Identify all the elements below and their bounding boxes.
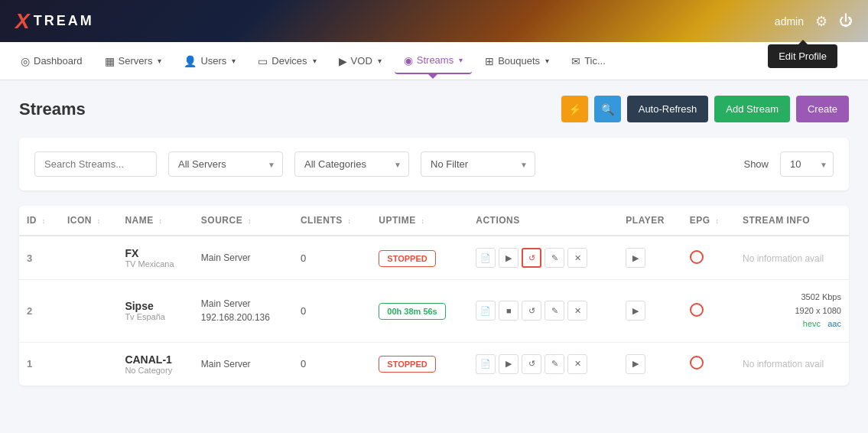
table-row: 2 Sipse Tv España Main Server192.168.200…: [19, 280, 849, 343]
action-play-btn[interactable]: ▶: [499, 248, 519, 268]
action-delete-btn[interactable]: ✕: [567, 301, 587, 321]
action-restart-btn[interactable]: ↺: [522, 301, 541, 321]
nav-item-devices[interactable]: ▭ Devices ▾: [249, 49, 325, 73]
action-file-btn[interactable]: 📄: [476, 248, 496, 268]
col-uptime: UPTIME ↕: [371, 206, 468, 236]
users-icon: 👤: [184, 55, 197, 67]
streams-active-indicator: [427, 73, 439, 79]
show-select[interactable]: 10 25 50 100: [780, 151, 834, 177]
player-play-btn[interactable]: ▶: [626, 301, 645, 321]
nav-item-tickets[interactable]: ✉ Tic...: [562, 49, 615, 73]
nav-label-dashboard: Dashboard: [34, 55, 83, 67]
action-edit-btn[interactable]: ✎: [545, 354, 564, 374]
navbar: ◎ Dashboard ▦ Servers ▾ 👤 Users ▾ ▭ Devi…: [0, 42, 868, 80]
vod-icon: ▶: [339, 55, 347, 67]
stream-resolution: 1920 x 1080: [743, 304, 841, 318]
categories-select[interactable]: All Categories: [294, 151, 409, 177]
action-delete-btn[interactable]: ✕: [567, 354, 587, 374]
col-icon: ICON ↕: [60, 206, 117, 236]
row-epg: [682, 280, 735, 343]
nav-item-bouquets[interactable]: ⊞ Bouquets ▾: [476, 49, 558, 73]
row-stream-info: 3502 Kbps 1920 x 1080 hevc aac: [735, 280, 849, 343]
nav-item-vod[interactable]: ▶ VOD ▾: [330, 49, 391, 73]
row-source: Main Server: [193, 342, 293, 386]
source-sort-icon[interactable]: ↕: [248, 217, 252, 225]
show-select-wrapper: 10 25 50 100: [780, 151, 834, 177]
bouquets-icon: ⊞: [485, 55, 494, 67]
header-right: admin ⚙ ⏻: [775, 13, 853, 30]
categories-select-wrapper: All Categories: [294, 151, 409, 177]
table-header-row: ID ↕ ICON ↕ NAME ↕ SOURCE ↕ CLIENTS ↕ UP…: [19, 206, 849, 236]
status-badge: 00h 38m 56s: [379, 303, 445, 320]
streams-table: ID ↕ ICON ↕ NAME ↕ SOURCE ↕ CLIENTS ↕ UP…: [19, 206, 849, 386]
streams-dropdown-arrow: ▾: [459, 56, 463, 64]
nav-label-vod: VOD: [351, 55, 372, 67]
row-stream-info: No information avail: [735, 236, 849, 280]
epg-status-indicator: [690, 303, 704, 317]
nav-item-streams[interactable]: ◉ Streams ▾: [395, 48, 472, 74]
row-name: CANAL-1 No Category: [117, 342, 193, 386]
action-file-btn[interactable]: 📄: [476, 301, 496, 321]
row-id: 1: [19, 342, 60, 386]
row-icon: [60, 236, 117, 280]
nav-label-tickets: Tic...: [584, 55, 606, 67]
add-stream-button[interactable]: Add Stream: [714, 96, 790, 122]
row-actions: 📄 ▶ ↺ ✎ ✕: [468, 236, 618, 280]
auto-refresh-button[interactable]: Auto-Refresh: [627, 96, 709, 122]
player-play-btn[interactable]: ▶: [626, 248, 645, 268]
main-content: Streams ⚡ 🔍 Auto-Refresh Add Stream Crea…: [0, 80, 868, 401]
power-icon[interactable]: ⏻: [839, 13, 853, 29]
clients-sort-icon[interactable]: ↕: [348, 217, 352, 225]
action-file-btn[interactable]: 📄: [476, 354, 496, 374]
epg-status-indicator: [690, 356, 704, 370]
row-uptime: STOPPED: [371, 236, 468, 280]
row-clients: 0: [293, 342, 371, 386]
action-restart-btn[interactable]: ↺: [522, 354, 541, 374]
row-icon: [60, 280, 117, 343]
row-actions: 📄 ■ ↺ ✎ ✕: [468, 280, 618, 343]
row-uptime: 00h 38m 56s: [371, 280, 468, 343]
action-edit-btn[interactable]: ✎: [545, 301, 564, 321]
action-play-btn[interactable]: ▶: [499, 354, 519, 374]
bouquets-dropdown-arrow: ▾: [545, 57, 549, 65]
users-dropdown-arrow: ▾: [232, 57, 236, 65]
nav-label-devices: Devices: [271, 55, 307, 67]
row-source: Main Server192.168.200.136: [193, 280, 293, 343]
nav-item-dashboard[interactable]: ◎ Dashboard: [11, 49, 92, 73]
nav-label-streams: Streams: [417, 54, 454, 66]
action-stop-btn[interactable]: ■: [499, 301, 519, 321]
settings-icon[interactable]: ⚙: [815, 13, 827, 30]
uptime-sort-icon[interactable]: ↕: [421, 217, 424, 225]
nav-item-users[interactable]: 👤 Users ▾: [174, 49, 245, 73]
vod-dropdown-arrow: ▾: [378, 57, 382, 65]
icon-sort-icon[interactable]: ↕: [97, 217, 101, 225]
col-player: PLAYER: [618, 206, 681, 236]
col-stream-info: STREAM INFO: [735, 206, 849, 236]
search-button[interactable]: 🔍: [594, 96, 621, 122]
row-stream-info: No information avail: [735, 342, 849, 386]
devices-dropdown-arrow: ▾: [313, 57, 317, 65]
create-button[interactable]: Create: [796, 96, 849, 122]
action-buttons: 📄 ▶ ↺ ✎ ✕: [476, 354, 610, 374]
name-sort-icon[interactable]: ↕: [159, 217, 163, 225]
action-delete-btn[interactable]: ✕: [567, 248, 587, 268]
action-restart-btn[interactable]: ↺: [522, 248, 541, 268]
filter-select[interactable]: No Filter: [421, 151, 535, 177]
search-input[interactable]: [34, 151, 157, 177]
id-sort-icon[interactable]: ↕: [42, 217, 46, 225]
streams-icon: ◉: [404, 54, 413, 67]
filter-button[interactable]: ⚡: [561, 96, 588, 122]
row-clients: 0: [293, 280, 371, 343]
table-row: 3 FX TV Mexicana Main Server 0 STOPPED: [19, 236, 849, 280]
nav-item-servers[interactable]: ▦ Servers ▾: [96, 49, 171, 73]
epg-sort-icon[interactable]: ↕: [715, 217, 719, 225]
stream-codec: hevc: [803, 319, 821, 328]
row-actions: 📄 ▶ ↺ ✎ ✕: [468, 342, 618, 386]
col-source: SOURCE ↕: [193, 206, 293, 236]
servers-select[interactable]: All Servers Main Server: [168, 151, 283, 177]
row-source: Main Server: [193, 236, 293, 280]
action-edit-btn[interactable]: ✎: [545, 248, 564, 268]
username-label: admin: [775, 15, 804, 28]
row-clients: 0: [293, 236, 371, 280]
player-play-btn[interactable]: ▶: [626, 354, 645, 374]
